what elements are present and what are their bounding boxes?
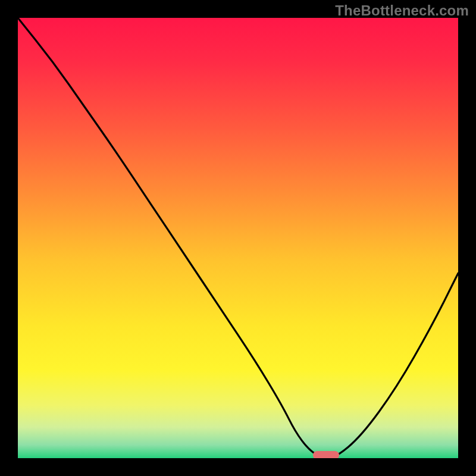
chart-frame: TheBottleneck.com: [0, 0, 476, 476]
plot-area: [18, 18, 458, 458]
attribution-label: TheBottleneck.com: [335, 2, 469, 19]
optimal-marker: [313, 451, 339, 458]
bottleneck-curve: [18, 18, 458, 458]
